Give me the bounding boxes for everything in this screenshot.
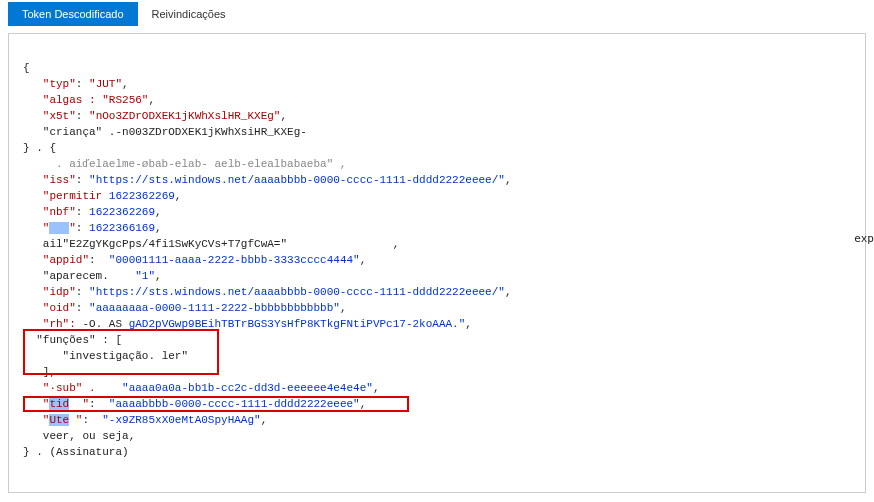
token-panel: { "typ": "JUT", "algas : "RS256", "x5t":… <box>8 33 866 493</box>
decoded-token-code: { "typ": "JUT", "algas : "RS256", "x5t":… <box>23 44 851 476</box>
tab-bar: Token Descodificado Reivindicações <box>8 2 866 27</box>
tab-claims[interactable]: Reivindicações <box>138 2 240 26</box>
tab-decoded-token[interactable]: Token Descodificado <box>8 2 138 26</box>
cutoff-label-exp: exp <box>854 232 874 245</box>
